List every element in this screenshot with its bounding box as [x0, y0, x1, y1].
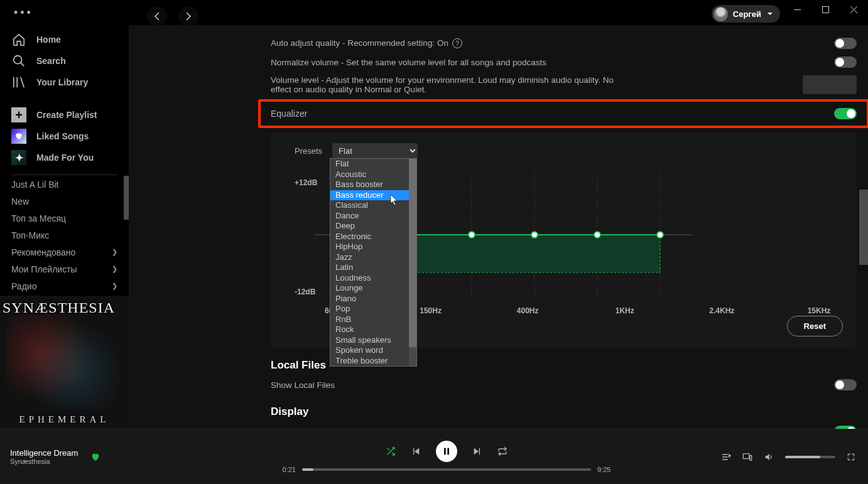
album-art-text: EPHEMERAL [0, 414, 129, 425]
chevron-right-icon: ❯ [112, 282, 117, 290]
equalizer-panel: Presets Flat FlatAcousticBass boosterBas… [271, 133, 857, 348]
playlist-label: Just A Lil Bit [11, 180, 58, 190]
preset-option[interactable]: Treble booster [330, 356, 416, 367]
play-pause-button[interactable] [436, 441, 457, 462]
sparkle-icon: ✦ [11, 150, 26, 165]
sidebar-label: Search [36, 56, 66, 66]
nav-back-button[interactable] [147, 6, 167, 26]
repeat-icon [497, 446, 507, 456]
preset-option[interactable]: Spoken word [330, 345, 416, 356]
playlist-label: Радио [11, 281, 36, 291]
setting-label-volume-level: Volume level - Adjust the volume for you… [271, 75, 635, 94]
app-menu-button[interactable]: ••• [14, 6, 33, 19]
svg-point-16 [594, 232, 600, 238]
preset-option[interactable]: Small speakers [330, 335, 416, 346]
preset-option[interactable]: Jazz [330, 252, 416, 263]
volume-level-select[interactable] [803, 75, 857, 94]
preset-option[interactable]: Classical [330, 200, 416, 211]
playlist-item[interactable]: Топ за Месяц [0, 210, 129, 227]
chevron-right-icon: ❯ [112, 248, 117, 256]
preset-option[interactable]: RnB [330, 315, 416, 325]
eq-xlabel: 15KHz [800, 306, 838, 315]
svg-rect-19 [447, 448, 449, 454]
preset-option[interactable]: Flat [330, 159, 416, 169]
seek-bar[interactable] [302, 468, 591, 471]
playlist-item[interactable]: New [0, 193, 129, 210]
heart-filled-icon [90, 452, 100, 462]
toggle-equalizer[interactable] [834, 108, 857, 119]
window-minimize-button[interactable] [783, 0, 811, 19]
main-scrollbar[interactable] [859, 25, 868, 429]
svg-rect-18 [444, 448, 446, 454]
playlist-label: Топ-Микс [11, 230, 49, 240]
devices-button[interactable] [742, 452, 752, 462]
preset-option[interactable]: Lounge [330, 283, 416, 294]
window-close-button[interactable] [840, 0, 868, 19]
now-playing-track[interactable]: Intelligence Dream [10, 448, 78, 458]
playlist-item[interactable]: Мои Плейлисты❯ [0, 261, 129, 277]
preset-option[interactable]: Dance [330, 211, 416, 222]
sidebar-made-for-you[interactable]: ✦ Made For You [0, 147, 129, 168]
preset-option[interactable]: Pop [330, 304, 416, 315]
playlist-item[interactable]: Топ-Микс [0, 227, 129, 244]
repeat-button[interactable] [497, 446, 507, 456]
help-icon[interactable]: ? [452, 38, 462, 48]
preset-option[interactable]: Bass reducer [330, 190, 416, 201]
playlist-item[interactable]: Рекомендовано❯ [0, 244, 129, 261]
svg-point-14 [469, 232, 475, 238]
eq-xlabel: 1KHz [606, 306, 644, 315]
sidebar-scrollbar[interactable] [122, 176, 129, 296]
preset-option[interactable]: HipHop [330, 242, 416, 252]
time-elapsed: 0:21 [283, 466, 296, 473]
eq-reset-button[interactable]: Reset [787, 316, 843, 336]
toggle-auto-adjust[interactable] [834, 38, 857, 49]
svg-rect-21 [750, 455, 752, 460]
sidebar-item-home[interactable]: Home [0, 29, 129, 50]
preset-option[interactable]: Piano [330, 294, 416, 304]
chevron-right-icon [183, 11, 193, 21]
window-maximize-button[interactable] [811, 0, 840, 19]
chevron-left-icon [152, 11, 162, 21]
sidebar-create-playlist[interactable]: + Create Playlist [0, 104, 129, 126]
fullscreen-button[interactable] [847, 453, 855, 461]
playlist-item[interactable]: Радио❯ [0, 277, 129, 294]
preset-option[interactable]: Deep [330, 221, 416, 232]
sidebar-item-search[interactable]: Search [0, 50, 129, 72]
preset-option[interactable]: Rock [330, 325, 416, 335]
plus-icon: + [11, 107, 26, 122]
dropdown-scrollbar[interactable] [409, 159, 416, 366]
skip-next-icon [472, 446, 482, 456]
preset-option[interactable]: Loudness [330, 273, 416, 284]
volume-slider[interactable] [785, 456, 835, 458]
shuffle-button[interactable] [386, 446, 396, 456]
queue-button[interactable] [721, 452, 731, 462]
like-button[interactable] [90, 452, 100, 462]
avatar [713, 7, 728, 21]
eq-preset-select[interactable]: Flat [332, 143, 418, 158]
next-button[interactable] [472, 446, 482, 456]
sidebar-liked-songs[interactable]: Liked Songs [0, 126, 129, 147]
toggle-show-local[interactable] [834, 379, 857, 390]
fullscreen-icon [847, 453, 855, 461]
user-menu-button[interactable]: Сергей [712, 5, 780, 23]
eq-preset-dropdown[interactable]: FlatAcousticBass boosterBass reducerClas… [330, 158, 417, 367]
svg-point-15 [531, 232, 538, 238]
playlist-label: Топ за Месяц [11, 213, 66, 223]
playlist-item[interactable]: Just A Lil Bit [0, 176, 129, 193]
preset-option[interactable]: Electronic [330, 232, 416, 242]
sidebar-item-library[interactable]: Your Library [0, 72, 129, 93]
sidebar-label: Home [36, 35, 61, 45]
playlist-label: Мои Плейлисты [11, 264, 77, 274]
svg-rect-20 [743, 453, 749, 458]
now-playing-art[interactable]: SYNÆSTHESIA EPHEMERAL [0, 296, 129, 429]
volume-button[interactable] [764, 452, 774, 462]
now-playing-artist[interactable]: Synæsthesia [10, 458, 78, 465]
preset-option[interactable]: Acoustic [330, 169, 416, 180]
previous-button[interactable] [411, 446, 421, 456]
search-icon [11, 53, 26, 68]
preset-option[interactable]: Bass booster [330, 180, 416, 190]
nav-forward-button[interactable] [178, 6, 198, 26]
sidebar-label: Create Playlist [36, 110, 97, 120]
toggle-normalize[interactable] [834, 56, 857, 68]
preset-option[interactable]: Latin [330, 262, 416, 273]
